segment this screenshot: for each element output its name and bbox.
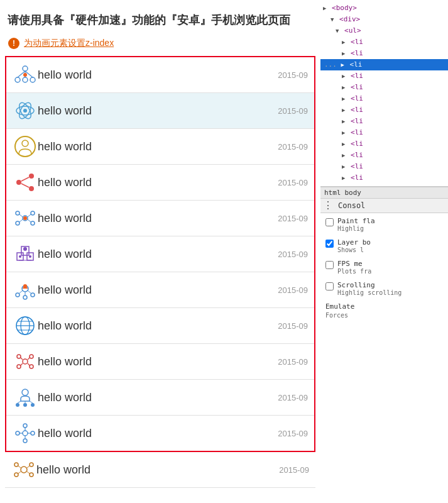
dom-line[interactable]: ▼ <ul>: [320, 25, 448, 36]
list-container: hello world 2015-09 hello world 2015-09 …: [5, 56, 315, 452]
svg-point-36: [19, 255, 21, 258]
list-item[interactable]: hello world 2015-09: [6, 308, 314, 344]
dom-tag-selected: <li: [350, 60, 363, 69]
svg-line-59: [28, 363, 30, 365]
item-icon-2: [13, 134, 38, 159]
triangle-icon: ▶: [342, 175, 345, 181]
fps-label-group: FPS me Plots fra: [337, 260, 371, 275]
scrolling-checkbox[interactable]: [325, 282, 334, 290]
dom-line[interactable]: ▶ <li: [320, 48, 448, 59]
svg-point-9: [23, 73, 27, 77]
dom-line[interactable]: ▼ <div>: [320, 14, 448, 25]
list-item[interactable]: hello world 2015-09: [6, 165, 314, 201]
breadcrumb-body[interactable]: body: [345, 189, 362, 197]
list-item[interactable]: hello world 2015-09: [6, 129, 314, 165]
svg-point-69: [31, 431, 35, 435]
triangle-icon: ▶: [341, 62, 344, 68]
dom-line[interactable]: ▶ <body>: [320, 3, 448, 14]
dom-line-selected[interactable]: ... ▶ <li: [320, 59, 448, 70]
svg-point-60: [22, 389, 28, 395]
warning-icon: !: [8, 37, 20, 50]
item-icon-4: [13, 206, 38, 231]
item-icon-outside: [11, 457, 36, 482]
triangle-icon: ▶: [342, 73, 345, 79]
triangle-icon: ▼: [336, 28, 339, 34]
fps-sublabel: Plots fra: [337, 268, 371, 275]
layer-label-group: Layer bo Shows l: [337, 238, 371, 253]
svg-point-16: [29, 174, 34, 179]
list-item[interactable]: hello world 2015-09: [6, 380, 314, 416]
item-date-0: 2015-09: [278, 70, 308, 80]
dom-tag: <li: [351, 151, 363, 159]
paint-checkbox[interactable]: [325, 218, 334, 226]
dom-line[interactable]: ▶ <li: [320, 161, 448, 172]
outside-item-title: hello world: [36, 463, 274, 477]
dom-line[interactable]: ▶ <li: [320, 150, 448, 161]
svg-line-19: [21, 177, 29, 181]
dom-tag: <li: [351, 174, 363, 182]
layer-label: Layer bo: [337, 238, 371, 246]
devtools-panel: ▶ <body> ▼ <div> ▼ <ul> ▶ <li ▶ <li ... …: [320, 0, 448, 503]
settings-panel: Paint fla Highlig Layer bo Shows l FPS m…: [320, 213, 448, 503]
item-date-6: 2015-09: [278, 285, 308, 295]
console-tab[interactable]: Consol: [336, 200, 368, 211]
settings-item-scrolling: Scrolling Highlig scrolling: [325, 281, 443, 296]
dom-line[interactable]: ▶ <li: [320, 70, 448, 82]
svg-point-80: [30, 473, 33, 477]
item-icon-7: [13, 313, 38, 338]
dom-line[interactable]: ▶ <li: [320, 172, 448, 184]
svg-point-5: [23, 77, 28, 82]
svg-point-24: [16, 221, 19, 225]
layer-checkbox[interactable]: [325, 240, 334, 248]
item-date-10: 2015-09: [278, 429, 308, 438]
item-date-1: 2015-09: [278, 106, 308, 116]
dom-line[interactable]: ▶ <li: [320, 82, 448, 93]
dom-line[interactable]: ▶ <li: [320, 138, 448, 150]
breadcrumb-html[interactable]: html: [324, 189, 341, 197]
outside-list-item[interactable]: hello world 2015-09: [5, 452, 315, 488]
triangle-icon: ▶: [342, 96, 345, 102]
console-dots-icon[interactable]: ⋮: [323, 201, 333, 211]
triangle-icon: ▼: [331, 16, 334, 23]
svg-point-53: [30, 355, 33, 358]
dom-line[interactable]: ▶ <li: [320, 116, 448, 127]
dom-line[interactable]: ▶ <li: [320, 127, 448, 138]
list-item[interactable]: hello world 2015-09: [6, 272, 314, 308]
list-item[interactable]: hello world 2015-09: [6, 416, 314, 451]
fps-label: FPS me: [337, 260, 371, 268]
item-title-6: hello world: [38, 284, 273, 297]
settings-item-emulate: Emulate: [325, 302, 443, 311]
dom-line[interactable]: ▶ <li: [320, 104, 448, 116]
dom-line[interactable]: ▶ <li: [320, 36, 448, 48]
svg-line-29: [28, 219, 31, 222]
item-title-7: hello world: [38, 319, 273, 333]
svg-point-3: [15, 77, 20, 82]
z-index-link[interactable]: 为动画元素设置z-index: [24, 38, 114, 49]
item-date-7: 2015-09: [278, 321, 308, 331]
svg-line-28: [19, 219, 23, 222]
left-panel: 请使用具备『硬件加速』功能的『安卓』手机浏览此页面 ! 为动画元素设置z-ind…: [0, 0, 320, 503]
triangle-icon: ▶: [342, 163, 345, 170]
svg-point-67: [23, 431, 28, 436]
list-item[interactable]: hello world 2015-09: [6, 201, 314, 236]
list-item[interactable]: hello world 2015-09: [6, 93, 314, 129]
svg-point-61: [16, 403, 19, 407]
svg-line-56: [21, 358, 23, 360]
dom-tag: <div>: [339, 15, 360, 23]
dom-tag: <li: [351, 128, 363, 136]
svg-point-37: [29, 255, 31, 258]
svg-point-68: [23, 424, 27, 428]
svg-line-82: [27, 466, 30, 468]
list-item[interactable]: hello world 2015-09: [6, 236, 314, 272]
fps-checkbox[interactable]: [325, 261, 334, 269]
scrolling-label-group: Scrolling Highlig scrolling: [337, 281, 402, 296]
list-item[interactable]: hello world 2015-09: [6, 344, 314, 380]
item-icon-3: [13, 170, 38, 195]
svg-point-34: [23, 247, 27, 251]
svg-line-26: [19, 214, 23, 217]
svg-point-55: [30, 365, 33, 368]
triangle-icon: ▶: [342, 141, 345, 147]
dom-line[interactable]: ▶ <li: [320, 93, 448, 104]
svg-line-58: [21, 363, 23, 365]
list-item[interactable]: hello world 2015-09: [6, 57, 314, 93]
